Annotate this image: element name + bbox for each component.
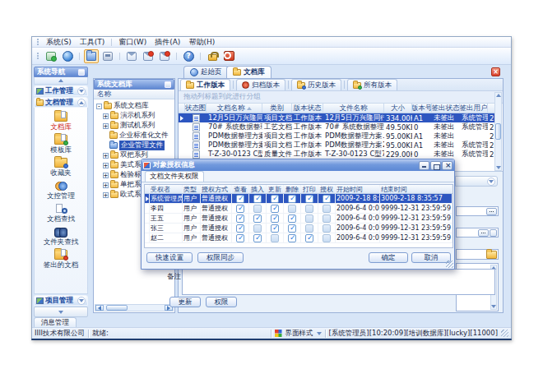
- print-checkbox[interactable]: [305, 224, 313, 233]
- menu-system[interactable]: 系统(S): [42, 37, 76, 48]
- browse-button[interactable]: [478, 229, 489, 237]
- table-row[interactable]: PDM数据整理方案.doc 项目文档 工作版本 PDM数据整理方案.doc 95…: [179, 131, 495, 141]
- tree-node[interactable]: 演示机系列: [94, 111, 174, 121]
- quick-setup-button[interactable]: 快速设置: [146, 252, 193, 263]
- dialog-close-button[interactable]: [442, 161, 452, 170]
- group-by-bar[interactable]: 拖动列标题到此进行分组: [179, 91, 503, 104]
- expand-node-icon[interactable]: [103, 113, 109, 119]
- globe-button[interactable]: [60, 49, 75, 63]
- detail-field[interactable]: [456, 249, 499, 260]
- collapse-button[interactable]: [487, 178, 495, 186]
- scroll-left-button[interactable]: [95, 305, 104, 311]
- view-checkbox[interactable]: [236, 234, 244, 242]
- column-update[interactable]: 更新: [267, 185, 284, 193]
- nav-item-favorites[interactable]: 收藏夹: [50, 158, 72, 177]
- view-checkbox[interactable]: [236, 195, 244, 203]
- detail-field[interactable]: [456, 228, 499, 238]
- update-checkbox[interactable]: [271, 224, 279, 233]
- column-end-time[interactable]: 结束时间: [380, 185, 452, 193]
- tree-name-column-header[interactable]: 名称: [94, 90, 174, 99]
- insert-checkbox[interactable]: [253, 205, 262, 213]
- tab-archive-version[interactable]: 归档版本: [236, 79, 285, 90]
- close-tab-button[interactable]: [491, 67, 500, 76]
- resize-grip[interactable]: [501, 330, 508, 337]
- cancel-button[interactable]: 取消: [411, 252, 451, 263]
- menu-plugins[interactable]: 插件(A): [151, 37, 184, 48]
- tree-horizontal-scrollbar[interactable]: [95, 304, 174, 311]
- tab-start-page[interactable]: 起始页: [183, 66, 229, 78]
- scroll-down-icon[interactable]: [496, 166, 501, 169]
- table-row[interactable]: PDM数据整理方案2.doc 项目文档 工作版本 PDM数据整理方案2.doc …: [179, 141, 495, 150]
- view-checkbox[interactable]: [236, 205, 244, 213]
- delete-checkbox[interactable]: [288, 224, 296, 233]
- column-file-name[interactable]: 文件名称: [323, 104, 384, 113]
- expand-node-icon[interactable]: [103, 163, 109, 168]
- column-delete[interactable]: 删除: [284, 185, 301, 193]
- update-button[interactable]: 更新: [169, 297, 201, 307]
- column-version-no[interactable]: 版本号: [412, 104, 432, 113]
- print-checkbox[interactable]: [305, 195, 313, 203]
- section-project-management[interactable]: 项目管理: [34, 295, 88, 306]
- nav-item-checked-out-docs[interactable]: 签出的文档: [44, 250, 79, 269]
- tab-work-version[interactable]: 工作版本: [180, 79, 230, 90]
- table-vertical-scrollbar[interactable]: [494, 92, 502, 171]
- nav-item-doc-search[interactable]: 文档查找: [47, 204, 75, 223]
- insert-checkbox[interactable]: [253, 214, 262, 223]
- insert-checkbox[interactable]: [253, 234, 262, 242]
- scrollbar-thumb[interactable]: [495, 123, 501, 140]
- browse-button[interactable]: [486, 208, 497, 215]
- menu-help[interactable]: 帮助(H): [184, 37, 219, 48]
- minimize-button[interactable]: [419, 161, 429, 170]
- permission-row[interactable]: 赵二 用户 普通授权 2009-6-4 0:00:00 9999-12-31 2…: [145, 233, 452, 243]
- pin-icon[interactable]: [78, 69, 85, 76]
- permission-row[interactable]: 张三 用户 普通授权 2009-6-4 0:00:00 9999-12-31 2…: [145, 224, 452, 233]
- column-category[interactable]: 类别: [262, 104, 292, 113]
- print-checkbox[interactable]: [305, 214, 313, 223]
- authorize-checkbox[interactable]: [323, 224, 331, 233]
- tree-node[interactable]: 测试机系列: [94, 121, 174, 131]
- expand-button[interactable]: [77, 297, 86, 305]
- column-grantee[interactable]: 受权者: [150, 185, 183, 193]
- nav-item-folder-search[interactable]: 文件夹查找: [44, 227, 79, 246]
- column-status-icon[interactable]: 状态图: [185, 104, 207, 113]
- nav-item-doc-control[interactable]: 文控管理: [47, 181, 75, 200]
- clear-button[interactable]: [490, 229, 497, 237]
- maximize-button[interactable]: [430, 161, 441, 170]
- expand-button[interactable]: [77, 87, 86, 95]
- permission-row[interactable]: 李四 用户 普通授权 2009-6-4 0:00:00 9999-12-31 2…: [145, 204, 452, 214]
- table-row[interactable]: 70# 系统数据整理检… 工艺文档 工作版本 70# 系统数据整理… 49.50…: [179, 122, 495, 131]
- section-doc-management[interactable]: 文档管理: [34, 97, 88, 108]
- pin-icon[interactable]: [165, 81, 171, 88]
- detail-section-bar[interactable]: [455, 176, 498, 187]
- print-checkbox[interactable]: [305, 234, 313, 242]
- tab-all-versions[interactable]: 所有版本: [347, 79, 397, 90]
- collapse-button[interactable]: [77, 99, 86, 107]
- column-checkout-status[interactable]: 签出状态: [432, 104, 460, 113]
- column-view[interactable]: 查看: [232, 185, 249, 193]
- column-auth-mode[interactable]: 授权方式: [201, 185, 232, 193]
- column-print[interactable]: 打印: [301, 185, 318, 193]
- delete-checkbox[interactable]: [288, 205, 296, 213]
- open-folder-button[interactable]: [84, 49, 99, 63]
- mail-button[interactable]: [124, 49, 139, 63]
- delete-checkbox[interactable]: [288, 234, 296, 242]
- insert-checkbox[interactable]: [253, 224, 262, 233]
- dialog-title-bar[interactable]: 对象授权信息: [142, 159, 454, 171]
- nav-item-document-library[interactable]: 文档库: [50, 112, 72, 131]
- menu-window[interactable]: 窗口(W): [114, 37, 151, 48]
- column-checkout-user[interactable]: 签出用户: [460, 104, 488, 113]
- scrollbar-thumb[interactable]: [106, 305, 128, 311]
- open-folder-button[interactable]: [486, 251, 497, 259]
- authorize-checkbox[interactable]: [323, 195, 331, 203]
- menu-tools[interactable]: 工具(T): [76, 37, 109, 48]
- lock-button[interactable]: [205, 49, 220, 63]
- mail-unread-button[interactable]: [157, 49, 172, 63]
- expand-node-icon[interactable]: [103, 182, 109, 188]
- help-button[interactable]: [181, 49, 196, 63]
- authorize-checkbox[interactable]: [323, 205, 331, 213]
- permission-row[interactable]: 王五 用户 普通授权 2009-6-4 0:00:00 9999-12-31 2…: [145, 214, 452, 224]
- storage-card-button[interactable]: [100, 49, 115, 63]
- tab-history-version[interactable]: 历史版本: [291, 79, 341, 90]
- mail-alert-button[interactable]: [141, 49, 155, 63]
- remark-textarea[interactable]: [182, 269, 495, 295]
